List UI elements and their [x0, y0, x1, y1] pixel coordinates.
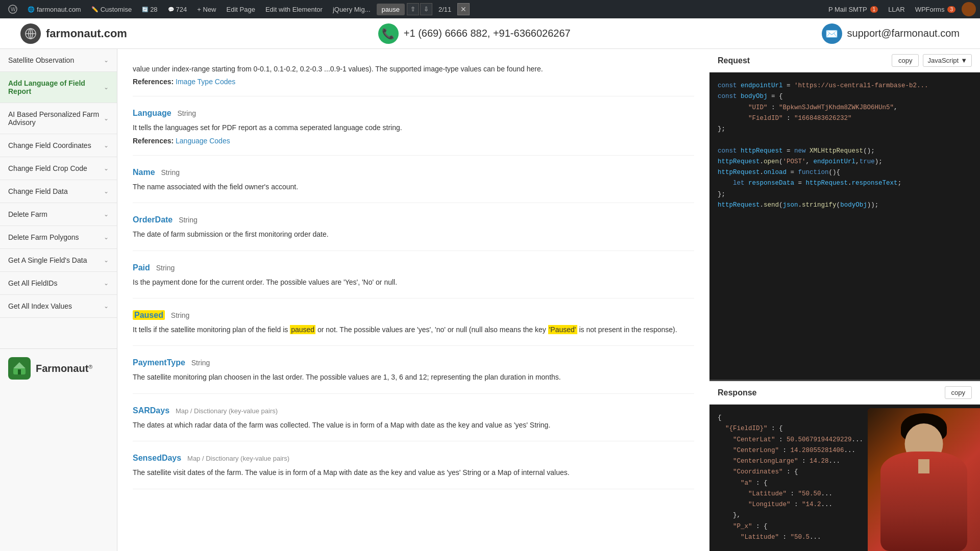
field-name-name: Name — [133, 168, 155, 177]
field-desc-language: It tells the languages set for PDF repor… — [133, 122, 694, 133]
sidebar-item-change-coordinates[interactable]: Change Field Coordinates ⌄ — [0, 134, 117, 157]
right-panel: Request copy JavaScript ▼ const endpoint… — [709, 49, 980, 551]
step-counter: 2/11 — [434, 6, 455, 13]
pause-button[interactable]: pause — [377, 4, 405, 15]
www-icon — [20, 23, 41, 44]
llar-plugin[interactable]: LLAR — [884, 0, 909, 18]
paused-highlight1: paused — [290, 325, 315, 334]
sidebar-item-delete-polygons[interactable]: Delete Farm Polygons ⌄ — [0, 226, 117, 249]
svg-rect-8 — [18, 369, 21, 374]
comments-link[interactable]: 💬 724 — [164, 0, 191, 18]
sidebar-item-all-fieldids[interactable]: Get All FieldIDs ⌄ — [0, 272, 117, 295]
image-description: value under index-range starting from 0-… — [133, 63, 694, 74]
response-actions: copy — [945, 386, 972, 399]
sidebar-item-change-crop[interactable]: Change Field Crop Code ⌄ — [0, 157, 117, 180]
language-field-block: Language String It tells the languages s… — [133, 109, 694, 155]
language-selector[interactable]: JavaScript ▼ — [923, 54, 972, 67]
user-avatar[interactable] — [962, 2, 976, 16]
prev-arrow[interactable]: ⇧ — [407, 3, 419, 15]
edit-page-link[interactable]: Edit Page — [223, 0, 259, 18]
chevron-icon: ⌄ — [104, 115, 109, 122]
image-reference: References: Image Type Codes — [133, 78, 694, 86]
request-section: Request copy JavaScript ▼ const endpoint… — [709, 49, 980, 380]
field-ref-language: References: Language Codes — [133, 137, 694, 145]
request-title: Request — [718, 56, 750, 65]
orderdate-field-block: OrderDate String The date of farm submis… — [133, 215, 694, 251]
elementor-link[interactable]: Edit with Elementor — [261, 0, 327, 18]
presenter-video — [868, 408, 980, 551]
updates-link[interactable]: 🔄 28 — [138, 0, 161, 18]
sidebar-item-satellite[interactable]: Satellite Observation ⌄ — [0, 49, 117, 72]
content-area: value under index-range starting from 0-… — [117, 49, 709, 551]
video-overlay — [868, 408, 980, 551]
language-codes-link[interactable]: Language Codes — [176, 137, 230, 145]
sidebar-item-add-language[interactable]: Add Language of Field Report ⌄ — [0, 72, 117, 103]
farmonaut-logo: Farmonaut® — [0, 348, 117, 388]
sidebar-item-delete-farm[interactable]: Delete Farm ⌄ — [0, 203, 117, 226]
wpforms-plugin[interactable]: WPForms3 — [911, 0, 960, 18]
chevron-icon: ⌄ — [104, 234, 109, 241]
field-type-orderdate: String — [179, 216, 198, 224]
request-copy-button[interactable]: copy — [892, 54, 919, 67]
phone-info: 📞 +1 (669) 6666 882, +91-6366026267 — [378, 23, 571, 44]
main-layout: Satellite Observation ⌄ Add Language of … — [0, 49, 980, 551]
paid-field-block: Paid String Is the payment done for the … — [133, 263, 694, 298]
response-copy-button[interactable]: copy — [945, 386, 972, 399]
chevron-icon: ⌄ — [104, 188, 109, 195]
field-desc-senseddays: The satellite visit dates of the farm. T… — [133, 467, 694, 478]
chevron-down-icon: ▼ — [961, 57, 967, 64]
chevron-icon: ⌄ — [104, 303, 109, 310]
image-type-codes-link[interactable]: Image Type Codes — [176, 78, 235, 86]
close-button[interactable]: ✕ — [457, 3, 470, 15]
field-desc-paymenttype: The satellite monitoring plan choosen in… — [133, 371, 694, 383]
sidebar-item-ai-advisory[interactable]: AI Based Personalized Farm Advisory ⌄ — [0, 103, 117, 134]
chevron-icon: ⌄ — [104, 211, 109, 218]
sardays-field-block: SARDays Map / Disctionary (key-value pai… — [133, 406, 694, 441]
chevron-icon: ⌄ — [104, 280, 109, 287]
chevron-icon: ⌄ — [104, 257, 109, 264]
response-title: Response — [718, 388, 756, 397]
sidebar-item-change-data[interactable]: Change Field Data ⌄ — [0, 180, 117, 203]
svg-marker-7 — [13, 362, 26, 368]
jquery-link[interactable]: jQuery Mig... — [329, 0, 375, 18]
field-type-paused: String — [171, 311, 190, 319]
email-info: ✉️ support@farmonaut.com — [822, 23, 960, 44]
logo-icon — [8, 357, 31, 380]
chevron-icon: ⌄ — [104, 57, 109, 64]
svg-text:W: W — [11, 7, 16, 12]
field-type-paymenttype: String — [191, 359, 210, 367]
request-actions: copy JavaScript ▼ — [892, 54, 972, 67]
paused-highlight2: 'Paused' — [548, 325, 577, 334]
wp-logo[interactable]: W — [4, 0, 21, 18]
new-link[interactable]: + New — [193, 0, 220, 18]
request-header: Request copy JavaScript ▼ — [709, 49, 980, 72]
sidebar: Satellite Observation ⌄ Add Language of … — [0, 49, 117, 551]
field-name-sardays: SARDays — [133, 406, 169, 415]
field-name-orderdate: OrderDate — [133, 215, 173, 224]
response-header: Response copy — [709, 381, 980, 405]
smtp-plugin[interactable]: P Mail SMTP1 — [824, 0, 882, 18]
field-type-senseddays: Map / Disctionary (key-value pairs) — [187, 455, 289, 462]
next-arrow[interactable]: ⇩ — [420, 3, 432, 15]
field-name-paused: Paused — [133, 310, 165, 320]
field-type-name: String — [161, 168, 180, 177]
sidebar-item-all-index[interactable]: Get All Index Values ⌄ — [0, 295, 117, 318]
customise-link[interactable]: ✏️ Customise — [87, 0, 136, 18]
field-name-senseddays: SensedDays — [133, 454, 181, 462]
field-desc-paused: It tells if the satellite monitoring pla… — [133, 324, 694, 335]
sidebar-item-single-field[interactable]: Get A Single Field's Data ⌄ — [0, 249, 117, 272]
field-type-paid: String — [156, 264, 175, 272]
image-desc-block: value under index-range starting from 0-… — [133, 63, 694, 96]
field-name-language: Language — [133, 109, 172, 117]
field-desc-paid: Is the payment done for the current orde… — [133, 277, 694, 288]
site-link[interactable]: 🌐 farmonaut.com — [23, 0, 85, 18]
site-header: farmonaut.com 📞 +1 (669) 6666 882, +91-6… — [0, 18, 980, 49]
logo-text: Farmonaut® — [36, 363, 92, 374]
field-type-sardays: Map / Disctionary (key-value pairs) — [176, 407, 278, 415]
field-type-language: String — [177, 109, 196, 117]
wp-admin-bar: W 🌐 farmonaut.com ✏️ Customise 🔄 28 💬 72… — [0, 0, 980, 18]
field-name-paid: Paid — [133, 263, 150, 272]
field-desc-name: The name associated with the field owner… — [133, 181, 694, 192]
response-section: Response copy { "{FieldID}" : { "CenterL… — [709, 380, 980, 551]
chevron-icon: ⌄ — [104, 142, 109, 149]
